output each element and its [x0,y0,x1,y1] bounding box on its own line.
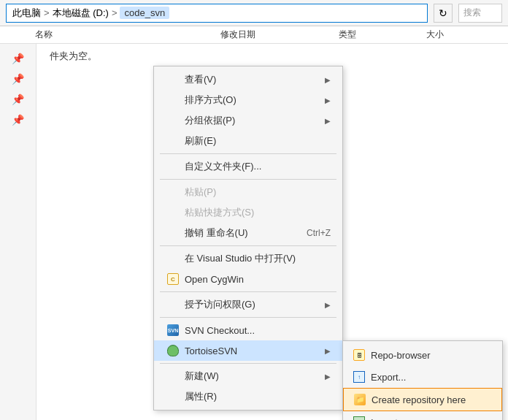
sort-arrow-icon: ▶ [325,96,331,104]
explorer-body: 📌 📌 📌 📌 件夹为空。 查看(V) ▶ 排序方式(O) ▶ [0,44,508,420]
repo-browser-icon: 🗄 [352,348,366,362]
import-icon: ↓ [352,415,366,420]
breadcrumb-sep1: > [44,7,50,18]
menu-item-grant-access-label: 授予访问权限(G) [185,298,325,311]
col-date: 修改日期 [172,28,304,41]
menu-item-new-label: 新建(W) [185,370,325,383]
submenu-item-import-label: Import... [371,417,406,421]
breadcrumb-sep2: > [112,7,118,18]
separator-3 [160,245,336,246]
menu-item-properties-label: 属性(R) [185,390,331,403]
menu-item-paste-shortcut-label: 粘贴快捷方式(S) [185,206,331,219]
refresh-menu-icon [166,134,180,148]
group-icon [166,113,180,128]
grant-access-arrow-icon: ▶ [325,301,331,309]
col-type: 类型 [304,28,391,41]
cygwin-icon: C [166,272,180,286]
undo-icon [166,226,180,240]
separator-6 [160,363,336,364]
col-size: 大小 [391,28,450,41]
new-icon [166,369,180,383]
menu-item-open-cygwin[interactable]: C Open CygWin [154,269,342,289]
paste-icon [166,185,180,199]
breadcrumb-current: code_svn [120,7,169,19]
separator-4 [160,291,336,292]
view-arrow-icon: ▶ [325,76,331,84]
column-headers: 名称 修改日期 类型 大小 [0,26,508,44]
view-icon [166,72,180,87]
menu-item-paste-shortcut[interactable]: 粘贴快捷方式(S) [154,202,342,223]
customize-icon [166,159,180,174]
menu-item-paste-label: 粘贴(P) [185,186,331,199]
visual-studio-icon [166,251,180,266]
separator-1 [160,153,336,154]
menu-item-view[interactable]: 查看(V) ▶ [154,69,342,90]
menu-item-sort-label: 排序方式(O) [185,93,325,107]
menu-item-view-label: 查看(V) [185,73,325,86]
menu-item-new[interactable]: 新建(W) ▶ [154,366,342,386]
menu-item-refresh-label: 刷新(E) [185,134,331,148]
pin-icon-4[interactable]: 📌 [9,111,27,129]
pin-icon-3[interactable]: 📌 [9,91,27,108]
grant-access-icon [166,297,180,312]
menu-item-group-label: 分组依据(P) [185,114,325,127]
menu-item-svn-checkout-label: SVN Checkout... [185,325,331,336]
search-input[interactable]: 搜索 [458,4,502,23]
submenu-item-repo-browser[interactable]: 🗄 Repo-browser [343,344,502,366]
svn-checkout-icon: SVN [166,323,180,337]
undo-shortcut: Ctrl+Z [307,228,331,238]
menu-item-group[interactable]: 分组依据(P) ▶ [154,110,342,131]
menu-item-properties[interactable]: 属性(R) [154,386,342,407]
breadcrumb[interactable]: 此电脑 > 本地磁盘 (D:) > code_svn [6,4,428,23]
refresh-button[interactable]: ↻ [434,4,453,23]
pin-icon-1[interactable]: 📌 [9,50,27,67]
pin-icon-2[interactable]: 📌 [9,70,27,88]
separator-5 [160,317,336,318]
main-content: 件夹为空。 查看(V) ▶ 排序方式(O) ▶ 分组依据(P) ▶ [36,44,508,420]
export-icon: ↑ [352,370,366,384]
separator-2 [160,179,336,180]
explorer-window: 此电脑 > 本地磁盘 (D:) > code_svn ↻ 搜索 名称 修改日期 … [0,0,508,420]
menu-item-open-cygwin-label: Open CygWin [185,274,331,285]
menu-item-sort[interactable]: 排序方式(O) ▶ [154,90,342,110]
properties-icon [166,389,180,404]
sort-icon [166,93,180,107]
menu-item-tortoise-svn[interactable]: TortoiseSVN ▶ 🗄 Repo-browser ↑ [154,340,342,361]
sidebar: 📌 📌 📌 📌 [0,44,36,420]
menu-item-open-vs-label: 在 Visual Studio 中打开(V) [185,252,331,265]
submenu-item-repo-browser-label: Repo-browser [371,350,431,361]
menu-item-customize-label: 自定义文件夹(F)... [185,160,331,173]
submenu-tortoise: 🗄 Repo-browser ↑ Export... [342,340,503,420]
menu-item-svn-checkout[interactable]: SVN SVN Checkout... [154,320,342,340]
menu-item-open-vs[interactable]: 在 Visual Studio 中打开(V) [154,248,342,269]
address-bar: 此电脑 > 本地磁盘 (D:) > code_svn ↻ 搜索 [0,0,508,26]
context-menu: 查看(V) ▶ 排序方式(O) ▶ 分组依据(P) ▶ 刷新(E) [153,66,343,411]
menu-item-customize[interactable]: 自定义文件夹(F)... [154,156,342,177]
menu-item-undo-label: 撤销 重命名(U) [185,226,295,240]
submenu-item-export[interactable]: ↑ Export... [343,366,502,388]
breadcrumb-root: 此电脑 [12,7,41,20]
submenu-item-create-repo[interactable]: 📁 Create repository here [343,388,502,411]
submenu-item-create-repo-label: Create repository here [372,394,466,405]
new-arrow-icon: ▶ [325,373,331,381]
tortoise-svn-arrow-icon: ▶ [325,347,331,355]
menu-item-grant-access[interactable]: 授予访问权限(G) ▶ [154,294,342,315]
menu-item-paste[interactable]: 粘贴(P) [154,182,342,202]
empty-folder-text: 件夹为空。 [42,50,97,61]
col-name: 名称 [29,28,172,41]
group-arrow-icon: ▶ [325,117,331,125]
breadcrumb-drive: 本地磁盘 (D:) [53,7,109,20]
tortoise-svn-icon [166,343,180,358]
menu-item-tortoise-svn-label: TortoiseSVN [185,345,325,356]
create-repo-icon: 📁 [353,392,367,407]
menu-item-undo[interactable]: 撤销 重命名(U) Ctrl+Z [154,223,342,243]
submenu-item-import[interactable]: ↓ Import... [343,411,502,420]
paste-shortcut-icon [166,205,180,220]
submenu-item-export-label: Export... [371,372,406,383]
menu-item-refresh[interactable]: 刷新(E) [154,131,342,151]
